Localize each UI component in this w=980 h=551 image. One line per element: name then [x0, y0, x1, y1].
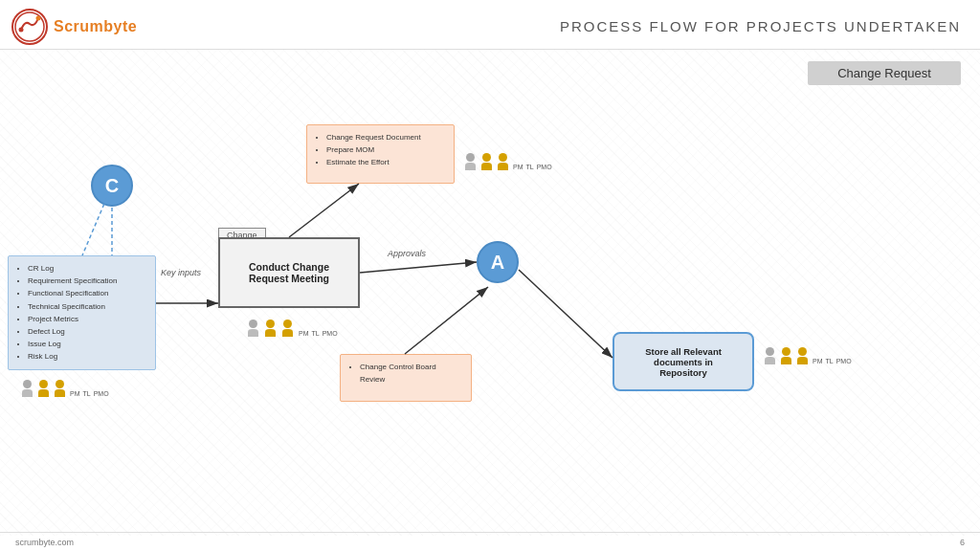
pm-icon-conduct [247, 320, 258, 337]
key-inputs-label: Key inputs [161, 268, 201, 277]
conduct-roles: PM TL PMO [247, 320, 338, 337]
top-output-roles: PM TL PMO [464, 153, 552, 170]
footer: scrumbyte.com 6 [0, 532, 980, 551]
circle-a: A [477, 241, 519, 283]
tl-icon-store [780, 347, 791, 364]
pm-icon-top [464, 153, 476, 170]
circle-c: C [91, 165, 133, 207]
header: Scrumbyte Process Flow for Projects Unde… [0, 0, 980, 50]
top-output-box: Change Request DocumentPrepare MOMEstima… [306, 124, 455, 184]
page-title: Process Flow for Projects Undertaken [560, 18, 961, 34]
svg-point-1 [19, 27, 24, 32]
logo-area: Scrumbyte [11, 9, 137, 45]
tl-icon-docs [37, 380, 49, 397]
tl-icon-conduct [264, 320, 276, 337]
conduct-role-labels: PM TL PMO [299, 330, 338, 337]
logo-icon [11, 9, 48, 45]
footer-website: scrumbyte.com [15, 538, 74, 547]
store-role-labels: PM TL PMO [813, 358, 852, 364]
docs-role-labels: PM TL PMO [70, 390, 109, 397]
logo-text: Scrumbyte [54, 18, 137, 35]
svg-line-10 [405, 287, 488, 354]
top-output-role-labels: PM TL PMO [513, 164, 552, 170]
pmo-icon-top [497, 153, 508, 170]
docs-roles: PM TL PMO [21, 380, 109, 397]
docs-box: CR LogRequirement SpecificationFunctiona… [8, 255, 156, 370]
main-content: Change Request C A Change Conduct Change… [0, 50, 980, 536]
tl-icon-top [480, 153, 492, 170]
store-box: Store all Relevant documents in Reposito… [612, 332, 754, 391]
svg-line-8 [519, 270, 612, 358]
pm-icon-docs [21, 380, 33, 397]
conduct-meeting-box: Conduct Change Request Meeting [218, 237, 360, 308]
pm-icon-store [764, 347, 775, 364]
pmo-icon-store [796, 347, 808, 364]
pmo-icon-conduct [281, 320, 293, 337]
approvals-label: Approvals [388, 249, 426, 258]
footer-page-number: 6 [960, 538, 965, 547]
svg-line-9 [289, 184, 359, 237]
svg-point-2 [36, 15, 41, 20]
change-request-badge: Change Request [808, 61, 961, 85]
ccb-box: Change Control Board Review [340, 354, 472, 402]
store-roles: PM TL PMO [764, 347, 852, 364]
svg-line-7 [360, 262, 477, 273]
pmo-icon-docs [54, 380, 65, 397]
